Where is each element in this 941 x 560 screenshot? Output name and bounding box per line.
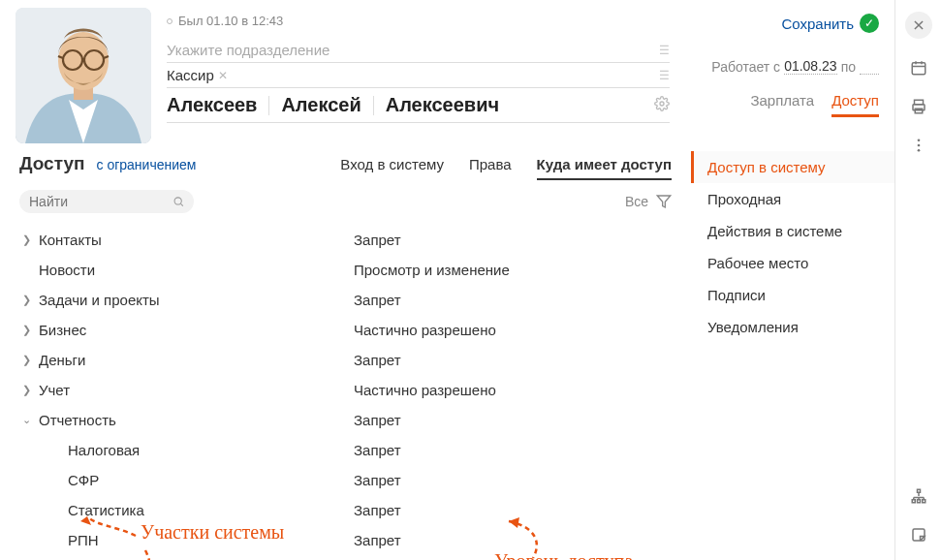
chevron-right-icon[interactable]: ❯ xyxy=(19,233,33,246)
side-item-signatures[interactable]: Подписи xyxy=(691,279,894,311)
tree-row[interactable]: ⌄ОтчетностьЗапрет xyxy=(19,405,672,435)
status-dot-icon xyxy=(167,18,173,24)
tree-label-text: Статистика xyxy=(68,502,144,518)
chevron-right-icon[interactable]: ❯ xyxy=(19,384,33,396)
svg-line-11 xyxy=(180,203,182,205)
position-chip[interactable]: Кассир ✕ xyxy=(167,67,228,83)
printer-icon[interactable] xyxy=(909,97,928,116)
last-seen-status: Был 01.10 в 12:43 xyxy=(167,14,670,28)
chevron-down-icon[interactable]: ⌄ xyxy=(19,414,33,426)
tree-label-text: Новости xyxy=(39,262,95,278)
avatar[interactable] xyxy=(16,8,151,143)
tree-value[interactable]: Просмотр и изменение xyxy=(354,262,510,278)
tree-row[interactable]: ❯УчетЧастично разрешено xyxy=(19,375,672,405)
more-icon[interactable] xyxy=(909,136,928,155)
tree-label-text: Задачи и проекты xyxy=(39,292,160,308)
profile-header: Был 01.10 в 12:43 Укажите подразделение … xyxy=(0,0,894,143)
last-name[interactable]: Алексеев xyxy=(167,94,257,116)
save-button[interactable]: Сохранить ✓ xyxy=(685,14,879,33)
works-from[interactable]: Работает с 01.08.23 по xyxy=(685,58,879,75)
access-restriction-link[interactable]: с ограничением xyxy=(97,157,197,172)
subtab-where-access[interactable]: Куда имеет доступ xyxy=(537,156,672,180)
name-row[interactable]: Алексеев Алексей Алексеевич xyxy=(167,88,670,123)
filter-icon[interactable] xyxy=(656,194,672,209)
svg-rect-19 xyxy=(912,63,925,75)
chevron-right-icon[interactable]: ❯ xyxy=(19,294,33,306)
chevron-right-icon[interactable]: ❯ xyxy=(19,354,33,366)
side-item-workplace[interactable]: Рабочее место xyxy=(691,247,894,279)
side-menu: Доступ в систему Проходная Действия в си… xyxy=(691,143,894,560)
tree-spacer xyxy=(48,475,62,486)
tree-label-text: Деньги xyxy=(39,352,85,368)
side-item-system-actions[interactable]: Действия в системе xyxy=(691,215,894,247)
tab-salary[interactable]: Зарплата xyxy=(750,92,814,117)
tree-row[interactable]: РПНЗапрет xyxy=(19,525,672,555)
calendar-icon[interactable] xyxy=(909,58,928,78)
tree-row[interactable]: ❯Задачи и проектыЗапрет xyxy=(19,285,672,315)
access-title: Доступ xyxy=(19,153,85,174)
side-item-checkpoint[interactable]: Проходная xyxy=(691,183,894,215)
svg-point-26 xyxy=(917,139,920,141)
svg-marker-12 xyxy=(657,196,670,207)
tree-label-text: СФР xyxy=(68,472,99,488)
chip-remove-icon[interactable]: ✕ xyxy=(218,69,228,82)
tree-spacer xyxy=(48,505,62,516)
right-tabs: Зарплата Доступ xyxy=(685,92,879,117)
tree-value[interactable]: Запрет xyxy=(354,232,401,248)
tree-value[interactable]: Запрет xyxy=(354,292,401,308)
tree-value[interactable]: Запрет xyxy=(354,412,401,428)
access-panel: Доступ с ограничением Вход в систему Пра… xyxy=(0,143,691,560)
tree-value[interactable]: Запрет xyxy=(354,442,401,458)
svg-point-27 xyxy=(917,144,920,147)
subtab-login[interactable]: Вход в систему xyxy=(340,156,444,180)
tab-access[interactable]: Доступ xyxy=(831,92,879,117)
side-item-system-access[interactable]: Доступ в систему xyxy=(691,151,894,183)
tree-value[interactable]: Частично разрешено xyxy=(354,382,496,398)
tree-row[interactable]: ❯БизнесЧастично разрешено xyxy=(19,315,672,345)
right-rail xyxy=(894,0,941,560)
tree-value[interactable]: Частично разрешено xyxy=(354,322,496,338)
tree-row[interactable]: СтатистикаЗапрет xyxy=(19,495,672,525)
tree-label-text: Контакты xyxy=(39,232,102,248)
tree-row[interactable]: СФРЗапрет xyxy=(19,465,672,495)
middle-name[interactable]: Алексеевич xyxy=(386,94,499,116)
svg-point-28 xyxy=(917,149,920,152)
tree-row[interactable]: ❯КонтактыЗапрет xyxy=(19,225,672,255)
close-icon[interactable] xyxy=(905,12,932,39)
tree-label-text: Бизнес xyxy=(39,322,86,338)
tree-spacer xyxy=(48,535,62,546)
search-icon xyxy=(173,195,184,208)
division-input[interactable]: Укажите подразделение ☰ xyxy=(167,38,670,63)
chevron-right-icon[interactable]: ❯ xyxy=(19,324,33,336)
tree-row[interactable]: НалоговаяЗапрет xyxy=(19,435,672,465)
svg-rect-31 xyxy=(917,500,920,503)
search-input[interactable] xyxy=(29,194,167,209)
tree-label-text: РПН xyxy=(68,532,99,548)
tree-label-text: Налоговая xyxy=(68,442,140,458)
tree-spacer xyxy=(48,445,62,456)
tree-value[interactable]: Запрет xyxy=(354,352,401,368)
burger-icon[interactable]: ☰ xyxy=(659,69,670,82)
access-tree: ❯КонтактыЗапрет НовостиПросмотр и измене… xyxy=(19,225,672,555)
position-input[interactable]: Кассир ✕ ☰ xyxy=(167,63,670,88)
tree-row[interactable]: НовостиПросмотр и изменение xyxy=(19,255,672,285)
first-name[interactable]: Алексей xyxy=(281,94,361,116)
side-item-notifications[interactable]: Уведомления xyxy=(691,311,894,343)
svg-point-9 xyxy=(660,102,664,106)
tree-value[interactable]: Запрет xyxy=(354,472,401,488)
tree-label-text: Отчетность xyxy=(39,412,116,428)
gear-icon[interactable] xyxy=(654,94,670,116)
note-icon[interactable] xyxy=(909,525,928,544)
tree-value[interactable]: Запрет xyxy=(354,532,401,548)
access-sub-tabs: Вход в систему Права Куда имеет доступ xyxy=(340,156,672,180)
tree-spacer xyxy=(19,264,33,276)
sitemap-icon[interactable] xyxy=(909,486,928,506)
filter-all[interactable]: Все xyxy=(625,194,648,209)
search-box[interactable] xyxy=(19,190,194,213)
subtab-rights[interactable]: Права xyxy=(469,156,512,180)
avatar-image xyxy=(16,8,151,143)
tree-row[interactable]: ❯ДеньгиЗапрет xyxy=(19,345,672,375)
burger-icon[interactable]: ☰ xyxy=(659,44,670,57)
tree-value[interactable]: Запрет xyxy=(354,502,401,518)
svg-rect-30 xyxy=(912,500,915,503)
